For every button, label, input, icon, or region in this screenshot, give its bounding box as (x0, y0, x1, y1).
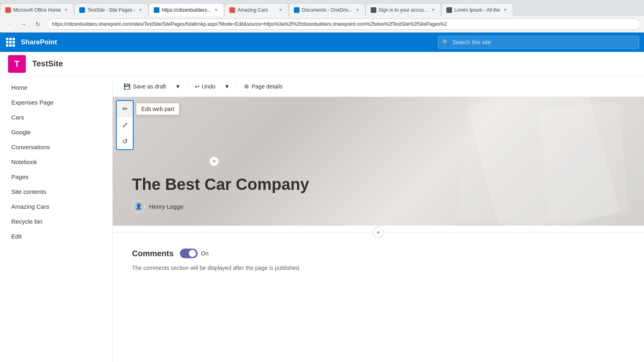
page-canvas: ✏ Edit web part ⤢ ↺ (113, 97, 644, 362)
tab-favicon (229, 7, 235, 13)
undo-button[interactable]: ↩ Undo (190, 80, 220, 93)
tab-onedrive[interactable]: Documents - OneDriv... ✕ (289, 3, 365, 16)
toggle-control[interactable] (180, 249, 198, 258)
tab-testsite[interactable]: TestSite - Site Pages - ✕ (74, 3, 149, 16)
reset-webpart-button[interactable]: ↺ (117, 133, 133, 149)
comments-toggle[interactable]: On (180, 249, 208, 258)
tab-favicon (154, 7, 159, 13)
tab-label: Amazing Cars (237, 7, 275, 13)
tab-close-icon[interactable]: ✕ (63, 7, 69, 13)
sidebar-item-home[interactable]: Home (0, 80, 112, 95)
content-area: 💾 Save as draft ▾ ↩ Undo ▾ ⚙ Page detail… (113, 76, 644, 362)
tab-citizenbuilders[interactable]: https://citizenbuilders... ✕ (149, 3, 224, 16)
tab-label: TestSite - Site Pages - (87, 7, 135, 13)
sidebar: Home Expenses Page Cars Google Conversat… (0, 76, 113, 362)
person-icon: 👤 (135, 203, 142, 210)
save-as-draft-button[interactable]: 💾 Save as draft (119, 80, 171, 93)
sidebar-item-edit[interactable]: Edit (0, 229, 112, 244)
tab-label: Lorem Ipsum - All the (454, 7, 500, 13)
tab-favicon (79, 7, 85, 13)
comments-note: The comments section will be displayed a… (132, 265, 625, 271)
search-icon: 🔍 (442, 39, 449, 45)
sidebar-item-site-contents[interactable]: Site contents (0, 184, 112, 199)
toolbar-divider-2 (236, 82, 236, 91)
chevron-down-icon: ▾ (176, 82, 180, 90)
hero-section[interactable]: The Best Car Company 👤 Henry Legge (113, 97, 644, 226)
sidebar-item-expenses[interactable]: Expenses Page (0, 95, 112, 110)
add-content-button[interactable]: + (373, 227, 384, 238)
sidebar-item-recycle-bin[interactable]: Recycle bin (0, 214, 112, 229)
comments-title: Comments (132, 249, 173, 258)
address-bar-row: ← → ↻ (0, 16, 644, 32)
avatar: 👤 (132, 200, 145, 213)
move-webpart-button[interactable]: ⤢ (117, 117, 133, 133)
undo-dropdown-button[interactable]: ▾ (221, 81, 233, 92)
address-bar-input[interactable] (47, 19, 641, 30)
chevron-down-icon: ▾ (225, 82, 229, 90)
tab-close-icon[interactable]: ✕ (430, 7, 436, 13)
sidebar-item-conversations[interactable]: Conversations (0, 140, 112, 154)
section-divider-row: + (113, 226, 644, 239)
tab-favicon (446, 7, 452, 13)
edit-toolbar: 💾 Save as draft ▾ ↩ Undo ▾ ⚙ Page detail… (113, 76, 644, 97)
edit-webpart-tooltip: Edit web part (136, 103, 180, 115)
save-draft-dropdown-button[interactable]: ▾ (172, 81, 184, 92)
tab-label: https://citizenbuilders... (162, 7, 211, 13)
tab-amazing-cars[interactable]: Amazing Cars ✕ (224, 3, 289, 16)
move-icon: ⤢ (122, 121, 128, 130)
site-header: T TestSite (0, 52, 644, 76)
hero-webpart-container: ✏ Edit web part ⤢ ↺ (113, 97, 644, 226)
section-divider-left (113, 232, 378, 232)
page-details-button[interactable]: ⚙ Page details (239, 80, 287, 93)
section-divider-right (378, 232, 644, 232)
toggle-knob (189, 250, 196, 257)
toolbar-divider (187, 82, 187, 91)
browser-chrome: Microsoft Office Home ✕ TestSite - Site … (0, 0, 644, 33)
sidebar-item-amazing-cars[interactable]: Amazing Cars (0, 199, 112, 214)
site-title: TestSite (32, 59, 63, 68)
forward-button[interactable]: → (18, 19, 29, 30)
comments-header: Comments On (132, 249, 625, 258)
tab-label: Microsoft Office Home (13, 7, 61, 13)
toggle-label: On (201, 250, 208, 257)
tab-lorem[interactable]: Lorem Ipsum - All the ✕ (441, 3, 513, 16)
tab-favicon (5, 7, 11, 13)
sharepoint-header: SharePoint 🔍 Search this site (0, 33, 644, 52)
sidebar-item-cars[interactable]: Cars (0, 110, 112, 125)
back-button[interactable]: ← (3, 19, 14, 30)
tab-favicon (294, 7, 299, 13)
waffle-menu-button[interactable] (5, 37, 16, 48)
tab-close-icon[interactable]: ✕ (278, 7, 283, 13)
main-layout: Home Expenses Page Cars Google Conversat… (0, 76, 644, 362)
reload-button[interactable]: ↻ (32, 19, 43, 30)
add-section-button[interactable]: + (209, 156, 219, 166)
edit-webpart-button[interactable]: ✏ Edit web part (117, 101, 133, 117)
sidebar-item-pages[interactable]: Pages (0, 169, 112, 184)
webpart-toolbar: ✏ Edit web part ⤢ ↺ (116, 100, 134, 150)
tab-close-icon[interactable]: ✕ (213, 7, 219, 13)
sidebar-item-google[interactable]: Google (0, 125, 112, 140)
waffle-grid-icon (6, 38, 15, 47)
sharepoint-logo[interactable]: SharePoint (21, 38, 57, 46)
save-icon: 💾 (124, 83, 130, 90)
reset-icon: ↺ (122, 138, 128, 145)
tab-bar: Microsoft Office Home ✕ TestSite - Site … (0, 0, 644, 16)
tab-close-icon[interactable]: ✕ (355, 7, 360, 13)
gear-icon: ⚙ (244, 83, 249, 90)
hero-author: 👤 Henry Legge (132, 200, 625, 213)
tab-favicon (371, 7, 376, 13)
undo-icon: ↩ (195, 83, 200, 90)
author-name: Henry Legge (149, 203, 184, 210)
pencil-icon: ✏ (122, 105, 128, 113)
search-placeholder: Search this site (452, 39, 491, 45)
sidebar-item-notebook[interactable]: Notebook (0, 154, 112, 169)
comments-section: Comments On The comments section will be… (113, 239, 644, 281)
hero-title: The Best Car Company (132, 175, 625, 193)
tab-close-icon[interactable]: ✕ (502, 7, 508, 13)
tab-microsoft-office[interactable]: Microsoft Office Home ✕ (0, 3, 74, 16)
tab-close-icon[interactable]: ✕ (138, 7, 143, 13)
tab-label: Documents - OneDriv... (302, 7, 352, 13)
search-box[interactable]: 🔍 Search this site (438, 36, 639, 49)
tab-signin[interactable]: Sign in to your accou... ✕ (365, 3, 441, 16)
site-icon[interactable]: T (8, 55, 26, 73)
